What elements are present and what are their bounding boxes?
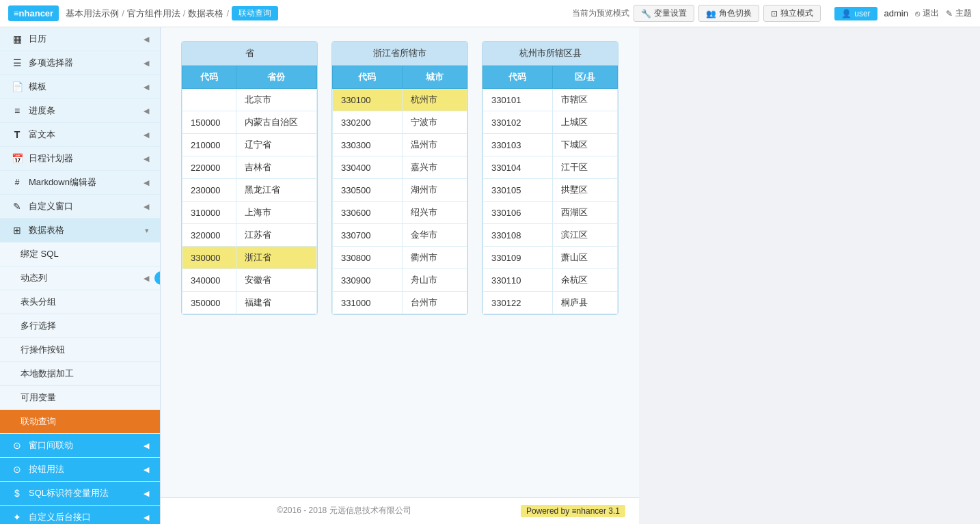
multi-select-arrow: ◀ xyxy=(144,59,149,68)
province-row[interactable]: 320000江苏省 xyxy=(182,224,317,247)
custom-api-icon: ✦ xyxy=(11,511,23,523)
district-row[interactable]: 330104江干区 xyxy=(483,156,618,179)
variable-icon: 🔧 xyxy=(641,9,651,18)
sidebar-item-rich-text[interactable]: T 富文本 ◀ xyxy=(0,123,160,147)
district-row[interactable]: 330105拱墅区 xyxy=(483,179,618,202)
province-row[interactable]: 340000安徽省 xyxy=(182,269,317,292)
city-name: 温州市 xyxy=(402,134,467,156)
city-name: 台州市 xyxy=(402,292,467,314)
district-code: 330102 xyxy=(483,111,553,134)
city-name: 杭州市 xyxy=(402,89,467,111)
sidebar-item-custom-window[interactable]: ✎ 自定义窗口 ◀ xyxy=(0,195,160,219)
user-icon: 👤 xyxy=(841,9,852,18)
breadcrumb-sep-3: / xyxy=(226,8,229,18)
footer: Powered by ≡nhancer 3.1 ©2016 - 2018 元远信… xyxy=(161,497,639,524)
data-table-icon: ⊞ xyxy=(11,224,23,236)
sidebar-item-rili[interactable]: ▦ 日历 ◀ xyxy=(0,27,160,51)
progress-arrow: ◀ xyxy=(144,107,149,115)
logout-button[interactable]: ⎋ 退出 xyxy=(915,8,939,19)
template-icon: 📄 xyxy=(11,81,23,93)
logo: ≡nhancer xyxy=(8,5,59,21)
sidebar-item-sql-var[interactable]: $ SQL标识符变量用法 ◀ xyxy=(0,482,160,506)
district-row[interactable]: 330102上城区 xyxy=(483,111,618,134)
district-row[interactable]: 330109萧山区 xyxy=(483,247,618,269)
sidebar-item-progress[interactable]: ≡ 进度条 ◀ xyxy=(0,99,160,123)
district-row[interactable]: 330110余杭区 xyxy=(483,269,618,292)
standalone-mode-button[interactable]: ⊡ 独立模式 xyxy=(763,5,821,22)
city-row[interactable]: 330300温州市 xyxy=(333,134,467,156)
sidebar-item-schedule[interactable]: 📅 日程计划器 ◀ xyxy=(0,147,160,171)
province-row[interactable]: 350000福建省 xyxy=(182,292,317,314)
theme-button[interactable]: ✎ 主题 xyxy=(946,8,972,19)
province-row[interactable]: 310000上海市 xyxy=(182,202,317,224)
sidebar-item-local-data[interactable]: 本地数据加工 xyxy=(0,362,160,386)
city-row[interactable]: 330600绍兴市 xyxy=(333,202,467,224)
role-switch-button[interactable]: 👥 角色切换 xyxy=(698,5,759,22)
city-code: 330300 xyxy=(333,134,403,156)
markdown-arrow: ◀ xyxy=(144,178,149,187)
breadcrumb-item-2[interactable]: 官方组件用法 xyxy=(127,8,180,20)
city-code: 330600 xyxy=(333,202,403,224)
city-row[interactable]: 330400嘉兴市 xyxy=(333,156,467,179)
province-row[interactable]: 210000辽宁省 xyxy=(182,134,317,156)
district-name: 桐庐县 xyxy=(552,292,617,314)
sidebar-item-markdown[interactable]: # Markdown编辑器 ◀ xyxy=(0,171,160,195)
province-name: 江苏省 xyxy=(236,224,316,247)
sidebar-item-btn-usage[interactable]: ⊙ 按钮用法 ◀ xyxy=(0,458,160,482)
city-row[interactable]: 330800衢州市 xyxy=(333,247,467,269)
city-row[interactable]: 330200宁波市 xyxy=(333,111,467,134)
district-row[interactable]: 330108滨江区 xyxy=(483,224,618,247)
city-row[interactable]: 330100杭州市 xyxy=(333,89,467,111)
sidebar-item-variables[interactable]: 可用变量 xyxy=(0,386,160,410)
district-row[interactable]: 330101市辖区 xyxy=(483,89,618,111)
sidebar-item-template[interactable]: 📄 模板 ◀ xyxy=(0,75,160,99)
district-row[interactable]: 330103下城区 xyxy=(483,134,618,156)
breadcrumb-item-3[interactable]: 数据表格 xyxy=(188,8,223,20)
sidebar-item-custom-api[interactable]: ✦ 自定义后台接口 ◀ xyxy=(0,506,160,524)
province-row[interactable]: 150000内蒙古自治区 xyxy=(182,111,317,134)
province-name: 北京市 xyxy=(236,89,316,111)
sidebar-item-multi-select[interactable]: ☰ 多项选择器 ◀ xyxy=(0,51,160,75)
city-code: 330100 xyxy=(333,89,403,111)
city-name: 绍兴市 xyxy=(402,202,467,224)
markdown-icon: # xyxy=(11,176,23,189)
breadcrumb-item-1[interactable]: 基本用法示例 xyxy=(66,8,119,20)
district-code: 330106 xyxy=(483,202,553,224)
province-row[interactable]: 北京市 xyxy=(182,89,317,111)
city-row[interactable]: 330700金华市 xyxy=(333,224,467,247)
province-row[interactable]: 230000黑龙江省 xyxy=(182,179,317,202)
sidebar-item-dynamic-col[interactable]: 动态列 ◀ « xyxy=(0,266,160,290)
sidebar-item-bind-sql[interactable]: 绑定 SQL xyxy=(0,243,160,266)
variable-settings-button[interactable]: 🔧 变量设置 xyxy=(634,5,694,22)
district-row[interactable]: 330122桐庐县 xyxy=(483,292,618,314)
province-code: 350000 xyxy=(182,292,236,314)
district-table: 代码 区/县 330101市辖区330102上城区330103下城区330104… xyxy=(482,66,618,314)
progress-icon: ≡ xyxy=(11,105,23,117)
district-code: 330101 xyxy=(483,89,553,111)
city-row[interactable]: 330900舟山市 xyxy=(333,269,467,292)
sidebar-item-table-group[interactable]: 表头分组 xyxy=(0,290,160,314)
province-code: 340000 xyxy=(182,269,236,292)
city-row[interactable]: 330500湖州市 xyxy=(333,179,467,202)
city-col-code: 代码 xyxy=(333,66,403,89)
sidebar-item-multi-select2[interactable]: 多行选择 xyxy=(0,314,160,338)
sidebar-item-window-link[interactable]: ⊙ 窗口间联动 ◀ xyxy=(0,434,160,458)
province-code: 310000 xyxy=(182,202,236,224)
sidebar-item-linked-query[interactable]: 联动查询 xyxy=(0,410,160,434)
city-table: 代码 城市 330100杭州市330200宁波市330300温州市330400嘉… xyxy=(332,66,467,314)
province-row[interactable]: 330000浙江省 xyxy=(182,247,317,269)
district-code: 330104 xyxy=(483,156,553,179)
city-row[interactable]: 331000台州市 xyxy=(333,292,467,314)
city-name: 嘉兴市 xyxy=(402,156,467,179)
collapse-btn[interactable]: « xyxy=(154,271,161,285)
sidebar-item-data-table[interactable]: ⊞ 数据表格 ▾ xyxy=(0,219,160,243)
tables-container: 省 代码 省份 北京市150000内蒙古自治区210000辽宁省220000吉林… xyxy=(181,41,618,315)
sidebar-item-row-action[interactable]: 行操作按钮 xyxy=(0,338,160,362)
sql-var-arrow: ◀ xyxy=(144,489,149,498)
district-name: 市辖区 xyxy=(552,89,617,111)
province-row[interactable]: 220000吉林省 xyxy=(182,156,317,179)
schedule-arrow: ◀ xyxy=(144,154,149,163)
district-row[interactable]: 330106西湖区 xyxy=(483,202,618,224)
district-code: 330109 xyxy=(483,247,553,269)
dynamic-col-arrow: ◀ xyxy=(144,274,149,283)
